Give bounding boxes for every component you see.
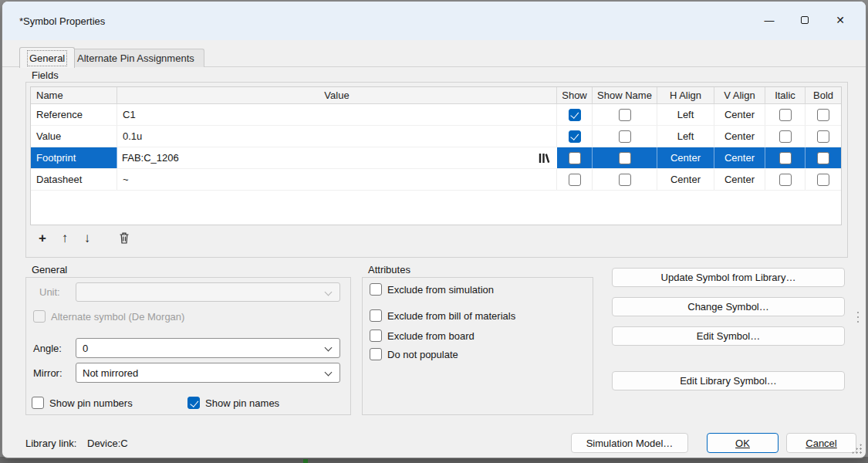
v-align-cell[interactable]: Center xyxy=(714,126,765,147)
maximize-button[interactable] xyxy=(787,8,822,32)
minimize-button[interactable]: — xyxy=(751,8,787,32)
italic-checkbox-cell[interactable] xyxy=(765,126,806,147)
field-row-datasheet[interactable]: Datasheet ~ Center Center xyxy=(31,169,841,191)
exclude-from-simulation-label[interactable]: Exclude from simulation xyxy=(387,284,494,296)
footprint-value-input[interactable] xyxy=(117,147,533,168)
show-pin-names-label[interactable]: Show pin names xyxy=(205,397,279,409)
show-name-checkbox[interactable] xyxy=(619,109,631,121)
ok-button[interactable]: OK xyxy=(707,433,778,453)
show-name-checkbox[interactable] xyxy=(619,152,631,164)
bold-checkbox-cell[interactable] xyxy=(806,104,841,125)
angle-select[interactable]: 0 xyxy=(76,338,340,358)
exclude-from-bom-checkbox[interactable] xyxy=(370,309,382,322)
library-browse-button[interactable] xyxy=(533,147,556,168)
exclude-from-bom-label[interactable]: Exclude from bill of materials xyxy=(387,310,515,322)
show-pin-numbers-checkbox[interactable] xyxy=(32,397,44,409)
bold-checkbox[interactable] xyxy=(817,152,829,164)
bold-checkbox[interactable] xyxy=(817,130,829,143)
italic-checkbox-cell[interactable] xyxy=(765,104,806,125)
field-row-reference[interactable]: Reference C1 Left Center xyxy=(31,104,841,126)
resize-grip-right[interactable] xyxy=(856,310,860,324)
fields-table: Name Value Show Show Name H Align V Alig… xyxy=(30,86,842,225)
show-checkbox-cell[interactable] xyxy=(557,104,593,125)
unit-label: Unit: xyxy=(39,286,60,298)
italic-checkbox[interactable] xyxy=(779,174,792,186)
update-symbol-from-library-button[interactable]: Update Symbol from Library… xyxy=(612,268,845,287)
attributes-groupbox xyxy=(362,277,593,415)
fields-group-label: Fields xyxy=(32,69,59,81)
cancel-button[interactable]: Cancel xyxy=(786,433,856,453)
exclude-from-board-label[interactable]: Exclude from board xyxy=(387,330,475,342)
symbol-properties-dialog: *Symbol Properties — ✕ General Alternate… xyxy=(2,1,866,458)
titlebar[interactable]: *Symbol Properties xyxy=(2,2,866,40)
col-header-italic: Italic xyxy=(765,87,806,103)
move-field-down-button[interactable]: ↓ xyxy=(78,228,96,247)
move-field-up-button[interactable]: ↑ xyxy=(56,228,74,247)
italic-checkbox[interactable] xyxy=(779,109,792,121)
show-checkbox-cell[interactable] xyxy=(557,169,593,190)
tab-general[interactable]: General xyxy=(19,47,75,68)
change-symbol-button[interactable]: Change Symbol… xyxy=(612,297,845,316)
window-controls: — ✕ xyxy=(751,8,858,32)
v-align-cell[interactable]: Center xyxy=(714,147,765,168)
bold-checkbox-cell[interactable] xyxy=(806,126,841,147)
h-align-cell[interactable]: Left xyxy=(657,126,714,147)
show-checkbox[interactable] xyxy=(569,130,581,143)
show-name-checkbox-cell[interactable] xyxy=(593,104,657,125)
chevron-down-icon xyxy=(325,369,333,377)
attributes-group-label: Attributes xyxy=(368,264,410,275)
show-checkbox[interactable] xyxy=(569,109,581,121)
bold-checkbox[interactable] xyxy=(817,109,829,121)
field-row-value[interactable]: Value 0.1u Left Center xyxy=(31,126,841,147)
v-align-cell[interactable]: Center xyxy=(714,169,765,190)
bold-checkbox-cell[interactable] xyxy=(806,147,841,168)
italic-checkbox[interactable] xyxy=(779,152,792,164)
show-checkbox-cell[interactable] xyxy=(557,147,593,168)
italic-checkbox-cell[interactable] xyxy=(765,169,806,190)
field-name-cell[interactable]: Reference xyxy=(31,104,117,125)
unit-select xyxy=(76,282,340,302)
field-value-cell[interactable]: 0.1u xyxy=(117,126,557,147)
field-row-footprint[interactable]: Footprint Center Center xyxy=(31,147,841,169)
bold-checkbox[interactable] xyxy=(817,174,829,186)
h-align-cell[interactable]: Center xyxy=(657,169,714,190)
tab-alternate-pin-assignments[interactable]: Alternate Pin Assignments xyxy=(67,49,204,67)
edit-symbol-button[interactable]: Edit Symbol… xyxy=(612,326,845,346)
arrow-up-icon: ↑ xyxy=(62,231,69,245)
col-header-show-name: Show Name xyxy=(593,87,657,103)
col-header-value: Value xyxy=(117,87,557,103)
simulation-model-button[interactable]: Simulation Model… xyxy=(571,433,688,453)
show-name-checkbox-cell[interactable] xyxy=(593,147,657,168)
do-not-populate-checkbox[interactable] xyxy=(370,348,382,360)
mirror-label: Mirror: xyxy=(33,367,62,379)
bold-checkbox-cell[interactable] xyxy=(806,169,841,190)
field-name-cell[interactable]: Footprint xyxy=(31,147,117,168)
show-name-checkbox[interactable] xyxy=(619,130,631,143)
edit-library-symbol-button[interactable]: Edit Library Symbol… xyxy=(612,371,845,390)
exclude-from-board-checkbox[interactable] xyxy=(370,330,382,342)
v-align-cell[interactable]: Center xyxy=(714,104,765,125)
close-button[interactable]: ✕ xyxy=(822,8,858,32)
show-checkbox[interactable] xyxy=(569,174,581,186)
add-field-button[interactable]: + xyxy=(33,228,52,247)
field-name-cell[interactable]: Value xyxy=(31,126,117,147)
show-name-checkbox-cell[interactable] xyxy=(593,126,657,147)
h-align-cell[interactable]: Left xyxy=(657,104,714,125)
mirror-select[interactable]: Not mirrored xyxy=(76,363,340,383)
show-checkbox[interactable] xyxy=(569,152,581,164)
general-group-label: General xyxy=(32,264,67,275)
delete-field-button[interactable] xyxy=(115,228,133,247)
field-value-cell[interactable]: C1 xyxy=(117,104,557,125)
italic-checkbox[interactable] xyxy=(779,130,792,143)
show-name-checkbox[interactable] xyxy=(619,174,631,186)
show-checkbox-cell[interactable] xyxy=(557,126,593,147)
exclude-from-simulation-checkbox[interactable] xyxy=(370,283,382,296)
show-pin-names-checkbox[interactable] xyxy=(187,397,200,409)
field-name-cell[interactable]: Datasheet xyxy=(31,169,117,190)
show-pin-numbers-label[interactable]: Show pin numbers xyxy=(49,397,133,409)
do-not-populate-label[interactable]: Do not populate xyxy=(387,349,458,360)
h-align-cell[interactable]: Center xyxy=(657,147,714,168)
show-name-checkbox-cell[interactable] xyxy=(593,169,657,190)
field-value-cell[interactable]: ~ xyxy=(117,169,557,190)
italic-checkbox-cell[interactable] xyxy=(765,147,806,168)
